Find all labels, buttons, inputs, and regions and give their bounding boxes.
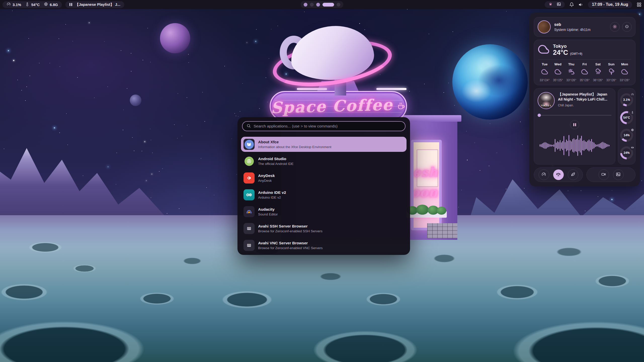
waveform-bar: [574, 138, 574, 153]
cpu-gauge-icon: [7, 2, 11, 7]
avatar: [538, 20, 551, 33]
screen-record-button[interactable]: [598, 169, 609, 180]
forecast-day: Sat 36°/26°: [591, 62, 605, 82]
forecast-weather-icon: [541, 68, 548, 76]
volume-icon[interactable]: [579, 2, 583, 7]
gauge-icon-badge: [630, 110, 635, 115]
weather-city: Tokyo: [553, 43, 582, 49]
system-gauge: 14%: [620, 129, 633, 142]
app-row[interactable]: Audacity Sound Editor: [241, 204, 407, 219]
bush: [416, 205, 429, 215]
waveform-bar: [553, 144, 554, 147]
waveform-bar: [609, 145, 610, 146]
powersave-mode-button[interactable]: [568, 169, 578, 180]
purple-planet: [160, 23, 190, 53]
waveform-bar: [562, 141, 563, 150]
performance-mode-button[interactable]: [539, 169, 549, 180]
forecast-temps: 35°/25°: [553, 78, 563, 82]
balanced-mode-button[interactable]: [553, 169, 564, 180]
app-row[interactable]: Android Studio The official Android IDE: [241, 154, 407, 169]
workspace-indicator: [301, 1, 343, 8]
divider: [538, 59, 631, 60]
waveform-bar: [591, 139, 592, 152]
sign-lamp: [376, 88, 407, 90]
clock[interactable]: 17:09 - Tue, 19 Aug: [588, 1, 632, 8]
progress-handle[interactable]: [538, 114, 541, 117]
waveform-bar: [565, 142, 566, 149]
system-gauge: 24%: [620, 146, 633, 159]
pause-icon: [573, 123, 576, 126]
memory-chip-icon: [44, 2, 48, 7]
waveform-bar: [557, 141, 558, 150]
album-art: TOKYO L: [538, 92, 555, 109]
search-input[interactable]: [254, 124, 401, 128]
app-icon: [244, 172, 255, 184]
app-icon: [244, 189, 255, 200]
app-row[interactable]: AnyDesk AnyDesk: [241, 170, 407, 186]
app-icon: [244, 223, 255, 234]
waveform-bar: [556, 143, 557, 148]
workspace-dot[interactable]: [304, 3, 307, 7]
gauge-icon-badge: [630, 127, 635, 132]
waveform-bar: [592, 142, 593, 149]
waveform-bar: [606, 144, 607, 147]
progress-track: [541, 115, 612, 116]
power-button[interactable]: [622, 22, 632, 32]
waveform-bar: [608, 144, 608, 147]
notifications-icon[interactable]: [569, 2, 574, 7]
app-title: Avahi SSH Server Browser: [258, 224, 323, 229]
screenshot-button[interactable]: [613, 169, 624, 180]
search-bar[interactable]: [242, 121, 406, 131]
tray-app-icon[interactable]: [548, 2, 553, 7]
forecast-temps: 33°/26°: [620, 78, 630, 82]
screenshot-tray-icon[interactable]: [557, 2, 561, 7]
audio-visualizer: [538, 130, 612, 161]
waveform-bar: [585, 141, 586, 150]
pause-icon: [69, 3, 72, 6]
app-title: Android Studio: [258, 156, 294, 161]
now-playing-label: 【Japanese Playlist】 J...: [75, 2, 120, 7]
playback-progress[interactable]: [538, 114, 612, 117]
waveform-bar: [572, 139, 573, 152]
user-name: seb: [554, 22, 590, 27]
workspace-dot[interactable]: [310, 3, 314, 7]
forecast-day-name: Mon: [621, 62, 628, 66]
forecast-temps: 33°/24°: [540, 78, 550, 82]
space-coffee-neon-sign: Space Coffee: [270, 91, 407, 121]
workspace-dot[interactable]: [323, 3, 334, 7]
waveform-bar: [600, 143, 601, 148]
workspace-dot[interactable]: [316, 3, 320, 7]
forecast-temps: 35°/26°: [580, 78, 590, 82]
app-row[interactable]: About Xfce Information about the Xfce De…: [241, 137, 407, 152]
waveform-bar: [597, 144, 598, 147]
waveform-bar: [580, 138, 581, 153]
app-row[interactable]: Avahi SSH Server Browser Browse for Zero…: [241, 221, 407, 236]
waveform-bar: [545, 142, 545, 149]
app-row[interactable]: Arduino IDE v2 Arduino IDE v2: [241, 187, 407, 202]
app-row[interactable]: Avahi VNC Server Browser Browse for Zero…: [241, 238, 407, 253]
waveform-bar: [571, 141, 572, 150]
forecast-day: Fri 35°/26°: [578, 62, 591, 82]
app-description: The official Android IDE: [258, 162, 294, 166]
play-pause-button[interactable]: [570, 120, 579, 129]
waveform-bar: [589, 140, 589, 151]
user-card: seb System Uptime: 4h11m: [534, 17, 635, 37]
waveform-bar: [605, 143, 606, 148]
bush: [437, 207, 446, 215]
app-title: AnyDesk: [258, 173, 275, 178]
forecast-day: Wed 35°/25°: [551, 62, 565, 82]
gauge-icon-badge: [630, 145, 635, 150]
overview-grid-icon[interactable]: [637, 2, 641, 7]
workspace-dot[interactable]: [337, 3, 340, 7]
memory-stat: 6.8G: [44, 2, 58, 7]
app-icon: [244, 156, 255, 167]
tile-floor: [427, 223, 457, 238]
now-playing-pill[interactable]: 【Japanese Playlist】 J...: [65, 1, 124, 8]
forecast-weather-icon: [568, 68, 575, 76]
forecast-day-name: Sat: [595, 62, 600, 66]
settings-button[interactable]: [610, 22, 620, 32]
system-gauge: 3.1%: [620, 93, 633, 106]
cpu-stat: 3.1%: [7, 2, 21, 7]
forecast-day-name: Fri: [582, 62, 587, 66]
waveform-bar: [602, 142, 603, 149]
